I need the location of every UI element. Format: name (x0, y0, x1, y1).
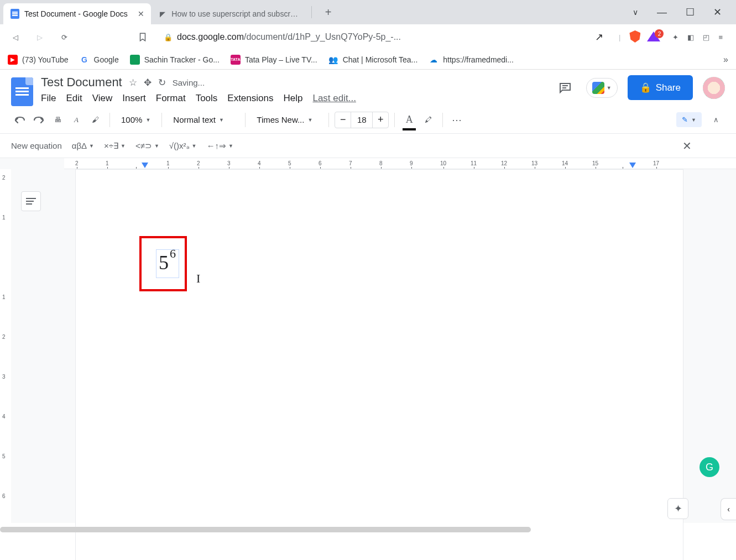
document-page[interactable]: 5 6 I (75, 169, 683, 560)
bookmarks-overflow[interactable]: » (723, 55, 728, 65)
forward-button[interactable]: ▷ (30, 27, 50, 47)
maximize-icon[interactable]: ☐ (686, 6, 695, 18)
explore-button[interactable]: ✦ (667, 498, 688, 519)
print-button[interactable]: 🖶 (49, 111, 66, 129)
spellcheck-button[interactable]: A (67, 111, 85, 129)
menu-file[interactable]: File (41, 93, 56, 104)
wallet-icon[interactable]: ◰ (703, 33, 709, 41)
tab-other[interactable]: ◤ How to use superscript and subscript i (151, 3, 306, 24)
right-indent-marker[interactable] (629, 163, 636, 168)
document-title[interactable]: Test Document (41, 75, 122, 90)
collapse-toolbar-button[interactable]: ∧ (707, 111, 725, 129)
ruler-tick: 6 (2, 493, 6, 499)
search-tabs-icon[interactable]: ∨ (633, 8, 638, 17)
share-url-icon[interactable]: ↗ (595, 31, 603, 43)
avatar[interactable] (703, 77, 725, 99)
editing-mode-button[interactable]: ✎▼ (676, 112, 702, 127)
paint-format-button[interactable]: 🖌 (86, 111, 104, 129)
address-bar[interactable]: 🔒 docs.google.com/document/d/1hP_y_UsnQ7… (157, 31, 610, 43)
highlight-button[interactable]: 🖍 (419, 111, 437, 129)
menu-insert[interactable]: Insert (122, 93, 146, 104)
indent-marker[interactable] (142, 163, 148, 168)
menu-format[interactable]: Format (156, 93, 186, 104)
close-tab-icon[interactable]: ✕ (138, 9, 144, 18)
share-button[interactable]: 🔒Share (628, 75, 693, 100)
bookmark-google[interactable]: GGoogle (80, 55, 119, 65)
caret-down-icon: ▼ (607, 85, 612, 91)
docs-favicon (10, 9, 20, 19)
docs-logo[interactable] (11, 77, 33, 106)
bookmark-sheets[interactable]: Sachin Tracker - Go... (130, 55, 220, 65)
bookmark-youtube[interactable]: ▶(73) YouTube (8, 55, 69, 65)
separator (328, 113, 329, 127)
teams-icon: 👥 (328, 55, 338, 65)
caret-down-icon: ▼ (89, 143, 94, 149)
back-button[interactable]: ◁ (6, 27, 25, 47)
eq-relations[interactable]: <≠⊃▼ (135, 141, 159, 151)
outline-button[interactable] (21, 191, 41, 211)
tab-docs[interactable]: Test Document - Google Docs ✕ (3, 3, 151, 24)
vertical-ruler[interactable]: 21123456 (0, 169, 11, 523)
ruler-tick: 14 (562, 160, 568, 166)
horizontal-ruler[interactable]: 2112345678910111213141517 (64, 158, 736, 169)
new-equation-label[interactable]: New equation (11, 141, 62, 150)
move-icon[interactable]: ✥ (144, 77, 152, 88)
menu-tools[interactable]: Tools (196, 93, 218, 104)
more-button[interactable]: ⋯ (448, 111, 466, 129)
brave-rewards-icon[interactable]: 2 (647, 32, 660, 43)
bookmark-framed[interactable]: ☁https://framedmedi... (429, 55, 514, 65)
eq-operators[interactable]: ×÷∃▼ (104, 141, 126, 151)
star-icon[interactable]: ☆ (129, 77, 137, 88)
redo-button[interactable] (30, 111, 48, 129)
menu-icon[interactable]: ≡ (718, 33, 723, 41)
last-edit-link[interactable]: Last edit... (312, 93, 356, 104)
zoom-select[interactable]: 100%▼ (116, 115, 156, 124)
equation-exponent: 6 (170, 247, 176, 261)
bookmark-tata[interactable]: TATATata Play – Live TV... (231, 55, 317, 65)
equation-object[interactable]: 5 6 (156, 249, 179, 278)
extensions-icon[interactable]: ✦ (672, 33, 678, 41)
lock-icon[interactable]: 🔒 (164, 33, 173, 41)
ruler-tick: 2 (75, 160, 79, 166)
bookmark-label: https://framedmedi... (443, 55, 514, 64)
eq-greek[interactable]: αβΔ▼ (72, 141, 94, 150)
bookmark-teams[interactable]: 👥Chat | Microsoft Tea... (328, 55, 418, 65)
eq-math[interactable]: √()x²ₐ▼ (169, 141, 197, 151)
bookmark-icon[interactable] (133, 27, 153, 47)
ruler-tick: 2 (2, 334, 6, 340)
youtube-icon: ▶ (8, 55, 18, 65)
close-equation-toolbar[interactable]: ✕ (682, 139, 725, 153)
tab-title-inactive: How to use superscript and subscript i (171, 9, 299, 18)
caret-down-icon: ▼ (691, 117, 696, 123)
grammarly-icon[interactable]: G (700, 457, 719, 477)
style-select[interactable]: Normal text▼ (168, 115, 239, 124)
show-side-panel[interactable]: ‹ (721, 498, 736, 520)
caret-down-icon: ▼ (228, 143, 233, 149)
menu-extensions[interactable]: Extensions (227, 93, 273, 104)
menu-edit[interactable]: Edit (66, 93, 82, 104)
horizontal-scrollbar[interactable] (0, 527, 531, 532)
reload-button[interactable]: ⟳ (54, 27, 74, 47)
meet-button[interactable]: ▼ (586, 78, 618, 98)
minimize-icon[interactable]: — (657, 7, 667, 18)
decrease-font-button[interactable]: − (335, 112, 351, 128)
increase-font-button[interactable]: + (373, 112, 388, 128)
bookmark-label: Google (94, 55, 119, 64)
undo-button[interactable] (11, 111, 29, 129)
menu-view[interactable]: View (92, 93, 113, 104)
sidebar-icon[interactable]: ◧ (687, 33, 694, 41)
tata-icon: TATA (231, 55, 241, 65)
separator (245, 113, 246, 127)
new-tab-button[interactable]: + (317, 6, 340, 19)
cloud-icon: ☁ (429, 55, 439, 65)
ruler-tick: 2 (197, 160, 200, 166)
font-size-value[interactable]: 18 (351, 112, 373, 128)
font-select[interactable]: Times New...▼ (251, 115, 323, 124)
text-color-button[interactable]: A (400, 111, 418, 129)
caret-down-icon: ▼ (154, 143, 159, 149)
close-window-icon[interactable]: ✕ (713, 6, 722, 18)
eq-arrows[interactable]: ←↑⇒▼ (206, 141, 233, 151)
menu-help[interactable]: Help (283, 93, 302, 104)
brave-shield-icon[interactable] (629, 30, 643, 44)
comments-icon[interactable] (554, 77, 576, 99)
